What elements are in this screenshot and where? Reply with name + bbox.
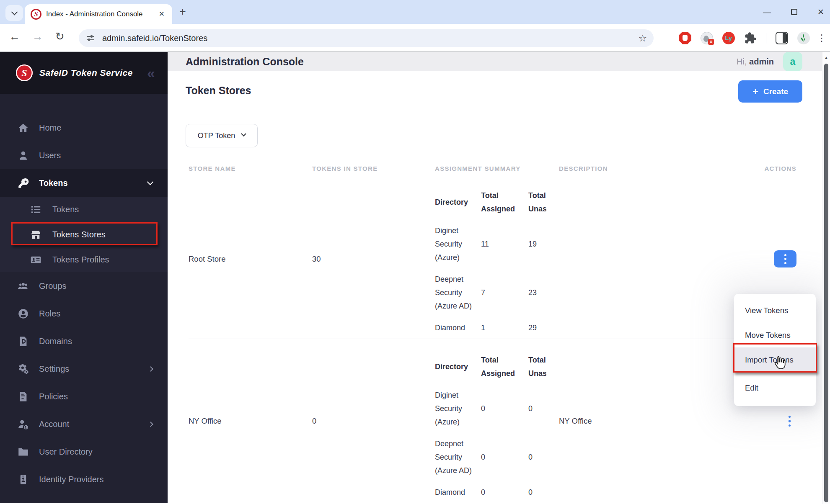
user-avatar[interactable]: a	[783, 52, 802, 71]
minimize-button[interactable]: —	[763, 8, 771, 16]
username: admin	[749, 57, 774, 66]
app-title: Administration Console	[186, 56, 737, 68]
row-actions-button[interactable]	[774, 250, 796, 267]
sidebar-item-roles[interactable]: Roles	[0, 300, 168, 327]
side-panel-icon[interactable]	[776, 32, 788, 44]
page-title: Token Stores	[186, 85, 251, 96]
url-text[interactable]: admin.safeid.io/TokenStores	[102, 33, 631, 43]
assignment-header: Directory Total Assigned Total Unassigne…	[435, 185, 546, 220]
scrollbar-thumb[interactable]	[824, 64, 828, 502]
assignment-summary: Directory Total Assigned Total Unassigne…	[435, 349, 546, 503]
browser-tab[interactable]: S Index - Administration Console ✕	[25, 4, 172, 24]
sidebar-item-label: Home	[39, 123, 61, 133]
greeting: Hi, admin	[737, 57, 774, 67]
sidebar-item-label: User Directory	[39, 447, 93, 457]
kebab-icon	[789, 416, 791, 418]
sidebar-item-label: Tokens Profiles	[52, 255, 109, 265]
plant-icon	[799, 33, 808, 43]
assign-col-assigned: Total Assigned	[481, 189, 528, 216]
menu-item-move-tokens[interactable]: Move Tokens	[734, 323, 816, 347]
total-assigned: 7	[481, 286, 528, 299]
ly-extension-icon[interactable]: Ly	[722, 32, 735, 44]
col-assignment-summary: ASSIGNMENT SUMMARY	[435, 165, 559, 172]
sidebar-item-tokens[interactable]: Tokens	[0, 169, 168, 197]
scrollbar-up-icon[interactable]: ▲	[822, 55, 830, 60]
browser-menu-icon[interactable]: ⋮	[819, 32, 824, 44]
domain-file-icon	[18, 336, 29, 347]
actions-cell	[783, 413, 797, 429]
sidebar-item-user-directory[interactable]: User Directory	[0, 438, 168, 465]
sidebar-item-home[interactable]: Home	[0, 114, 168, 141]
sidebar: S SafeID Token Service « Home Users Toke…	[0, 52, 168, 503]
content-blocker-extension-icon[interactable]	[679, 32, 691, 44]
browser-tab-strip: S Index - Administration Console ✕ + — ✕	[0, 0, 830, 24]
sidebar-item-label: Settings	[39, 364, 69, 374]
page-content: Token Stores + Create OTP Token STORE NA…	[168, 71, 830, 503]
create-button[interactable]: + Create	[738, 80, 802, 103]
actions-cell	[774, 250, 796, 267]
forward-button[interactable]: →	[32, 30, 43, 43]
store-name: NY Office	[189, 417, 312, 426]
sidebar-item-domains[interactable]: Domains	[0, 327, 168, 355]
bookmark-star-icon[interactable]: ☆	[638, 33, 647, 44]
safeid-logo-icon: S	[16, 64, 33, 81]
address-bar[interactable]: admin.safeid.io/TokenStores ☆	[79, 29, 654, 47]
sidebar-item-label: Account	[39, 419, 69, 429]
tab-close-icon[interactable]: ✕	[157, 9, 166, 19]
total-assigned: 0	[481, 486, 528, 499]
chevron-right-icon	[148, 422, 153, 427]
menu-item-view-tokens[interactable]: View Tokens	[734, 298, 816, 323]
total-assigned: 0	[481, 450, 528, 464]
new-tab-button[interactable]: +	[179, 5, 186, 18]
table-row: NY Office 0 Directory Total Assigned Tot…	[189, 339, 796, 503]
sidebar-item-tokens-stores[interactable]: Tokens Stores	[0, 222, 168, 247]
sidebar-item-account[interactable]: Account	[0, 410, 168, 438]
browser-profile-avatar[interactable]	[797, 32, 810, 44]
sidebar-item-label: Users	[39, 151, 61, 160]
sidebar-item-users[interactable]: Users	[0, 141, 168, 169]
token-type-select[interactable]: OTP Token	[186, 124, 258, 147]
fish-extension-icon[interactable]: x	[701, 32, 713, 44]
main-area: Administration Console Hi, admin a Token…	[168, 52, 830, 503]
badge-icon	[18, 474, 29, 485]
site-settings-icon[interactable]	[85, 33, 96, 43]
row-actions-button[interactable]	[783, 413, 797, 429]
role-icon	[18, 308, 29, 319]
directory-name: Diamond	[435, 486, 481, 499]
assign-col-unassigned: Total Unassigned	[528, 189, 546, 216]
sidebar-collapse-icon[interactable]: «	[147, 66, 155, 80]
app-root: S SafeID Token Service « Home Users Toke…	[0, 52, 830, 503]
sidebar-item-identity-providers[interactable]: Identity Providers	[0, 465, 168, 493]
directory-name: Diginet Security (Azure)	[435, 388, 481, 429]
stores-table: STORE NAME TOKENS IN STORE ASSIGNMENT SU…	[189, 165, 796, 503]
menu-item-edit[interactable]: Edit	[734, 375, 816, 400]
directory-name: Diginet Security (Azure)	[435, 224, 481, 264]
maximize-button[interactable]	[791, 9, 797, 15]
sidebar-header: S SafeID Token Service «	[0, 52, 168, 94]
brand-name: SafeID Token Service	[39, 68, 140, 78]
home-icon	[18, 122, 29, 134]
tab-search-button[interactable]	[5, 5, 23, 21]
sidebar-item-groups[interactable]: Groups	[0, 272, 168, 300]
directory-name: Deepnet Security (Azure AD)	[435, 437, 481, 477]
back-button[interactable]: ←	[9, 30, 20, 43]
policy-document-icon	[18, 391, 29, 402]
id-card-icon	[30, 254, 41, 265]
assign-col-directory: Directory	[435, 360, 481, 373]
reload-button[interactable]: ↻	[55, 30, 65, 43]
menu-item-import-tokens[interactable]: Import Tokens	[734, 347, 816, 372]
extensions-puzzle-icon[interactable]	[744, 32, 757, 44]
sidebar-item-tokens-list[interactable]: Tokens	[0, 197, 168, 222]
total-unassigned: 0	[528, 450, 546, 464]
sidebar-item-policies[interactable]: Policies	[0, 383, 168, 410]
table-header-row: STORE NAME TOKENS IN STORE ASSIGNMENT SU…	[189, 165, 796, 179]
sidebar-item-settings[interactable]: Settings	[0, 355, 168, 383]
page-scrollbar[interactable]: ▲	[822, 52, 830, 504]
folder-icon	[18, 446, 29, 458]
sidebar-item-tokens-profiles[interactable]: Tokens Profiles	[0, 247, 168, 272]
extension-area: x Ly ⋮	[679, 24, 830, 52]
store-name: Root Store	[189, 255, 312, 264]
tab-title: Index - Administration Console	[46, 10, 153, 18]
close-window-button[interactable]: ✕	[817, 8, 824, 16]
directory-name: Diamond	[435, 321, 481, 334]
